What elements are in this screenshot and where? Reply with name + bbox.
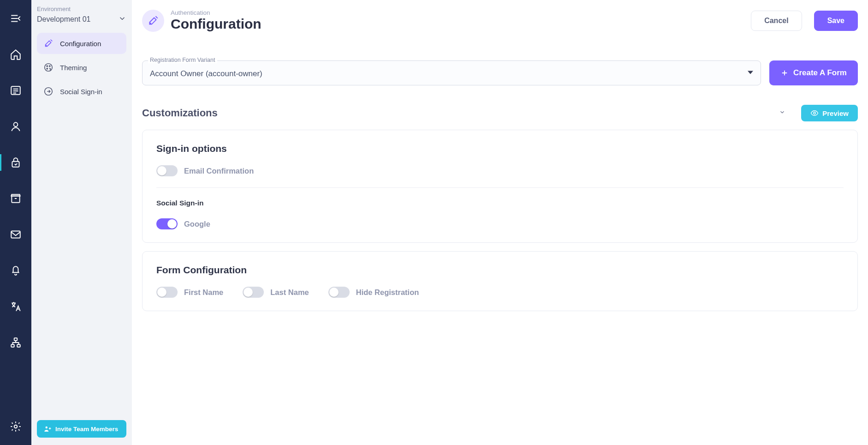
nav-bell-icon[interactable] — [0, 260, 31, 281]
svg-rect-5 — [14, 338, 18, 340]
first-name-toggle[interactable] — [156, 287, 178, 298]
form-configuration-title: Form Configuration — [156, 265, 844, 276]
nav-home-icon[interactable] — [0, 44, 31, 65]
breadcrumb: Authentication — [171, 9, 262, 16]
hide-registration-label: Hide Registration — [356, 288, 419, 297]
nav-hierarchy-icon[interactable] — [0, 332, 31, 353]
nav-auth-icon[interactable] — [0, 152, 31, 173]
create-form-label: Create A Form — [793, 68, 847, 78]
save-button[interactable]: Save — [814, 11, 858, 31]
environment-label: Environment — [37, 6, 126, 12]
svg-point-10 — [45, 64, 53, 72]
divider — [156, 187, 844, 188]
first-name-label: First Name — [184, 288, 223, 297]
svg-point-15 — [46, 427, 48, 429]
email-confirmation-toggle[interactable] — [156, 165, 178, 176]
wrench-icon — [142, 10, 164, 32]
invite-team-label: Invite Team Members — [55, 426, 118, 433]
email-confirmation-label: Email Confirmation — [184, 167, 254, 175]
form-configuration-card: Form Configuration First Name Last Name … — [142, 251, 858, 311]
social-signin-subtitle: Social Sign-in — [156, 199, 844, 207]
cancel-button[interactable]: Cancel — [751, 11, 802, 31]
svg-point-1 — [14, 122, 18, 126]
main-content: Authentication Configuration Cancel Save… — [132, 0, 868, 445]
subnav-item-label: Configuration — [60, 40, 101, 48]
subnav-social-signin[interactable]: Social Sign-in — [37, 81, 126, 102]
invite-team-button[interactable]: Invite Team Members — [37, 420, 126, 438]
svg-rect-4 — [11, 231, 20, 238]
preview-label: Preview — [822, 109, 849, 117]
sub-navigation: Environment Development 01 Configuration… — [31, 0, 132, 445]
select-label: Registration Form Variant — [148, 57, 217, 63]
signin-options-card: Sign-in options Email Confirmation Socia… — [142, 130, 858, 243]
svg-point-8 — [14, 425, 18, 428]
nav-archive-icon[interactable] — [0, 188, 31, 209]
nav-translate-icon[interactable] — [0, 296, 31, 317]
create-form-button[interactable]: Create A Form — [769, 60, 858, 85]
last-name-toggle[interactable] — [243, 287, 264, 298]
svg-point-13 — [47, 68, 48, 69]
google-label: Google — [184, 220, 210, 229]
svg-point-17 — [814, 112, 816, 114]
preview-button[interactable]: Preview — [801, 105, 858, 121]
svg-rect-2 — [12, 162, 19, 167]
menu-collapse-icon[interactable] — [0, 8, 31, 29]
page-title: Configuration — [171, 16, 262, 32]
svg-rect-3 — [12, 196, 19, 203]
svg-rect-6 — [11, 344, 14, 347]
left-rail — [0, 0, 31, 445]
nav-mail-icon[interactable] — [0, 224, 31, 245]
nav-list-icon[interactable] — [0, 80, 31, 101]
chevron-down-icon — [118, 14, 126, 24]
hide-registration-toggle[interactable] — [328, 287, 350, 298]
svg-point-16 — [150, 23, 151, 24]
subnav-configuration[interactable]: Configuration — [37, 33, 126, 54]
select-value: Account Owner (account-owner) — [150, 69, 753, 78]
svg-point-11 — [47, 66, 48, 66]
customizations-title: Customizations — [142, 107, 779, 119]
caret-down-icon — [748, 69, 753, 77]
google-toggle[interactable] — [156, 218, 178, 229]
environment-selector[interactable]: Development 01 — [37, 14, 126, 24]
environment-name: Development 01 — [37, 15, 91, 24]
registration-variant-select[interactable]: Registration Form Variant Account Owner … — [142, 60, 761, 85]
nav-settings-icon[interactable] — [0, 416, 31, 437]
subnav-item-label: Theming — [60, 64, 87, 72]
signin-options-title: Sign-in options — [156, 143, 844, 154]
subnav-theming[interactable]: Theming — [37, 57, 126, 78]
nav-user-icon[interactable] — [0, 116, 31, 137]
last-name-label: Last Name — [270, 288, 309, 297]
svg-point-12 — [49, 66, 50, 66]
collapse-chevron-icon[interactable] — [779, 109, 785, 117]
subnav-item-label: Social Sign-in — [60, 88, 102, 96]
svg-rect-7 — [17, 344, 20, 347]
svg-point-9 — [46, 45, 47, 46]
